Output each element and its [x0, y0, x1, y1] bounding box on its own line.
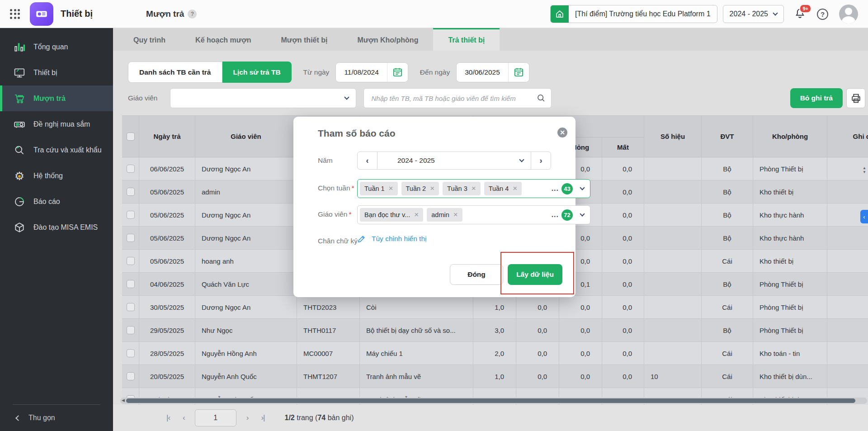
- avatar[interactable]: [839, 5, 858, 24]
- row-checkbox[interactable]: [127, 280, 135, 288]
- chip-remove-icon[interactable]: ×: [472, 185, 476, 192]
- search-icon[interactable]: [531, 93, 551, 103]
- prev-page-button[interactable]: ‹: [176, 413, 191, 422]
- next-page-button[interactable]: ›: [240, 413, 255, 422]
- cell: Tranh ảnh mẫu vẽ: [360, 365, 473, 388]
- more-ellipsis: ...: [552, 185, 559, 193]
- year-select[interactable]: 2024 - 2025: [377, 152, 531, 170]
- to-date-value: 30/06/2025: [457, 68, 508, 76]
- cell: Bộ: [702, 273, 753, 296]
- school-year-value: 2024 - 2025: [730, 10, 768, 18]
- teacher-multiselect[interactable]: Bạn đọc thư v...×admin× ... 72: [357, 205, 590, 224]
- tab-mượn-thiết-bị[interactable]: Mượn thiết bị: [266, 28, 343, 51]
- cell: Bộ thiết bị dạy chữ số và so...: [360, 319, 473, 342]
- tab-devices-to-return[interactable]: Danh sách TB cần trả: [128, 62, 222, 83]
- col-header-ghi-chu: Ghi chú: [827, 116, 868, 157]
- prev-year-button[interactable]: ‹: [357, 152, 377, 170]
- row-checkbox[interactable]: [127, 188, 135, 196]
- app-logo-projector-icon[interactable]: [30, 2, 53, 26]
- horizontal-scrollbar[interactable]: ◀: [120, 398, 867, 404]
- cell: [827, 227, 868, 250]
- cell: 0,0: [602, 250, 644, 273]
- current-page-input[interactable]: 1: [195, 409, 236, 426]
- row-checkbox[interactable]: [127, 372, 135, 380]
- calendar-icon[interactable]: [387, 63, 408, 82]
- cell: [644, 319, 702, 342]
- get-data-button[interactable]: Lấy dữ liệu: [508, 264, 562, 285]
- last-page-button[interactable]: ›|: [255, 413, 271, 422]
- filter-row-toggles: Danh sách TB cần trả Lịch sử trả TB Từ n…: [128, 62, 529, 83]
- row-checkbox[interactable]: [127, 165, 135, 173]
- page-count: 1/2: [285, 414, 295, 422]
- cell: Bộ: [702, 157, 753, 180]
- row-checkbox-cell: [122, 204, 139, 227]
- cell: 0,0: [602, 296, 644, 319]
- pencil-icon: [357, 234, 367, 243]
- select-all-checkbox[interactable]: [127, 133, 135, 141]
- side-panel-toggle[interactable]: ‹: [860, 210, 868, 223]
- cell: 0,0: [516, 296, 559, 319]
- sidebar-item-tổng-quan[interactable]: Tổng quan: [0, 34, 113, 60]
- sidebar-item-thiết-bị[interactable]: Thiết bị: [0, 60, 113, 85]
- cell: [827, 365, 868, 388]
- chip-remove-icon[interactable]: ×: [389, 185, 393, 192]
- chip-label: Tuần 4: [489, 185, 509, 192]
- tab-return-history[interactable]: Lịch sử trả TB: [222, 62, 292, 83]
- week-multiselect[interactable]: Tuần 1×Tuần 2×Tuần 3×Tuần 4× ... 43: [357, 179, 590, 198]
- customize-display-link[interactable]: Tùy chỉnh hiển thị: [357, 234, 427, 243]
- first-page-button[interactable]: |‹: [160, 413, 176, 422]
- row-checkbox[interactable]: [127, 349, 135, 357]
- chip-remove-icon[interactable]: ×: [414, 212, 419, 218]
- school-selector[interactable]: [Thí điểm] Trường tiểu học Edu Platform …: [550, 5, 717, 23]
- cell: [827, 342, 868, 365]
- chip-label: Tuần 1: [364, 185, 385, 192]
- row-checkbox[interactable]: [127, 303, 135, 311]
- year-picker: ‹ 2024 - 2025 ›: [357, 152, 551, 170]
- teacher-filter-select[interactable]: [170, 88, 356, 108]
- scroll-left-arrow-icon[interactable]: ◀: [122, 398, 125, 403]
- tab-bar: Quy trìnhKế hoạch mượnMượn thiết bịMượn …: [113, 28, 868, 51]
- app-title: Thiết bị: [61, 9, 93, 19]
- notifications-button[interactable]: 9+: [794, 7, 806, 21]
- chip-remove-icon[interactable]: ×: [453, 212, 458, 218]
- cell: Máy chiếu 1: [360, 342, 473, 365]
- print-button[interactable]: [846, 88, 865, 108]
- row-checkbox-cell: [122, 180, 139, 204]
- next-year-button[interactable]: ›: [531, 152, 551, 170]
- from-date-input[interactable]: 11/08/2024: [335, 62, 408, 82]
- year-value: 2024 - 2025: [397, 156, 435, 165]
- sidebar-item-đào-tạo-misa-emis[interactable]: Đào tạo MISA EMIS: [0, 214, 113, 240]
- summary-suffix: bản ghi): [326, 414, 354, 422]
- sidebar-item-đề-nghị-mua-sắm[interactable]: Đề nghị mua sắm: [0, 111, 113, 137]
- tab-quy-trình[interactable]: Quy trình: [118, 28, 180, 51]
- sidebar-item-tra-cứu-và-xuất-khẩu[interactable]: Tra cứu và xuất khẩu: [0, 137, 113, 163]
- row-checkbox[interactable]: [127, 257, 135, 265]
- sidebar-item-hệ-thống[interactable]: ⚙Hệ thống: [0, 163, 113, 189]
- close-modal-button[interactable]: Đóng: [450, 264, 503, 285]
- app-grid-icon[interactable]: [10, 9, 20, 19]
- school-year-select[interactable]: 2024 - 2025: [723, 5, 784, 23]
- tab-kế-hoạch-mượn[interactable]: Kế hoạch mượn: [180, 28, 266, 51]
- cube-icon: [14, 222, 25, 233]
- chip-remove-icon[interactable]: ×: [430, 185, 434, 192]
- scrollbar-thumb[interactable]: [126, 398, 855, 403]
- sidebar-collapse-button[interactable]: Thu gọn: [0, 405, 113, 431]
- close-icon[interactable]: ✕: [557, 128, 567, 137]
- tab-mượn-kho-phòng[interactable]: Mượn Kho/phòng: [342, 28, 433, 51]
- row-checkbox[interactable]: [127, 211, 135, 219]
- vertical-scroll-arrows[interactable]: ▲▼: [863, 166, 866, 174]
- help-icon[interactable]: ?: [817, 9, 828, 20]
- cancel-return-button[interactable]: Bỏ ghi trả: [790, 88, 843, 108]
- chip-remove-icon[interactable]: ×: [513, 185, 517, 192]
- select-all-checkbox-cell[interactable]: [122, 116, 139, 157]
- row-checkbox[interactable]: [127, 326, 135, 334]
- search-input[interactable]: [364, 95, 531, 102]
- row-checkbox[interactable]: [127, 234, 135, 242]
- module-help-icon[interactable]: ?: [188, 9, 197, 19]
- from-date-value: 11/08/2024: [336, 68, 387, 76]
- sidebar-item-báo-cáo[interactable]: Báo cáo: [0, 189, 113, 214]
- calendar-icon[interactable]: [508, 63, 529, 82]
- to-date-input[interactable]: 30/06/2025: [456, 62, 529, 82]
- sidebar-item-mượn-trả[interactable]: Mượn trả: [0, 85, 113, 111]
- tab-trả-thiết-bị[interactable]: Trả thiết bị: [433, 28, 500, 51]
